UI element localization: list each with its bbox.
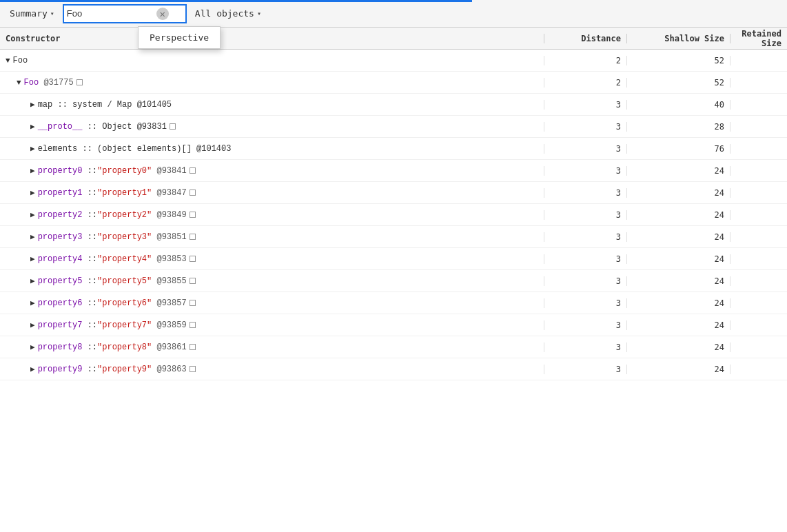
expand-icon[interactable]: ▶ — [30, 342, 35, 351]
summary-dropdown[interactable]: Summary ▾ — [4, 6, 60, 21]
cell-distance: 2 — [544, 56, 627, 65]
row-prop-value: "property0" — [97, 166, 152, 176]
perspective-item[interactable]: Perspective — [139, 28, 220, 47]
cell-shallow: 24 — [627, 166, 730, 176]
row-prop-value: "property2" — [97, 210, 152, 220]
expand-icon[interactable]: ▶ — [30, 365, 35, 374]
table-row[interactable]: ▶ property2 :: "property2" @93849 3 24 — [0, 204, 787, 226]
cell-distance: 3 — [544, 122, 627, 132]
row-prop-name: property8 — [38, 342, 83, 352]
cell-constructor: ▶ property4 :: "property4" @93853 — [0, 254, 544, 264]
row-id: @93857 — [152, 298, 186, 308]
cell-distance: 3 — [544, 188, 627, 198]
expand-icon[interactable]: ▶ — [30, 210, 35, 219]
cell-constructor: ▶ property0 :: "property0" @93841 — [0, 166, 544, 176]
expand-icon[interactable]: ▶ — [30, 232, 35, 241]
cell-shallow: 24 — [627, 342, 730, 352]
loading-bar — [0, 0, 472, 2]
row-separator: :: — [82, 210, 97, 220]
table-row[interactable]: ▼ Foo @31775 2 52 — [0, 72, 787, 94]
all-objects-label: All objects — [195, 8, 254, 19]
cell-distance: 3 — [544, 254, 627, 264]
expand-icon[interactable]: ▶ — [30, 100, 35, 109]
row-prop-value: "property7" — [97, 320, 152, 330]
table-row[interactable]: ▶ property7 :: "property7" @93859 3 24 — [0, 314, 787, 336]
table-row[interactable]: ▶ property1 :: "property1" @93847 3 24 — [0, 182, 787, 204]
row-separator: :: — [82, 166, 97, 176]
row-separator: :: — [82, 298, 97, 308]
table-body: ▼ Foo 2 52 ▼ Foo @31775 2 52 ▶ map :: sy… — [0, 50, 787, 532]
col-header-constructor: Constructor — [0, 34, 544, 43]
row-label-type: :: Object @93831 — [82, 122, 166, 132]
expand-icon[interactable]: ▶ — [30, 276, 35, 285]
object-box-icon — [76, 79, 83, 85]
expand-icon[interactable]: ▼ — [17, 79, 21, 87]
table-header: Constructor Distance Shallow Size Retain… — [0, 28, 787, 50]
cell-shallow: 24 — [627, 320, 730, 330]
search-input[interactable] — [67, 8, 156, 19]
cell-distance: 3 — [544, 298, 627, 308]
expand-icon[interactable]: ▶ — [30, 298, 35, 307]
summary-arrow: ▾ — [50, 10, 54, 17]
object-box-icon — [190, 167, 196, 174]
cell-shallow: 24 — [627, 254, 730, 264]
expand-icon[interactable]: ▶ — [30, 122, 35, 131]
object-box-icon — [190, 190, 196, 196]
table-row[interactable]: ▶ property3 :: "property3" @93851 3 24 — [0, 226, 787, 248]
object-box-icon — [190, 234, 196, 240]
table-row[interactable]: ▶ property9 :: "property9" @93863 3 24 — [0, 358, 787, 380]
table-row[interactable]: ▶ property0 :: "property0" @93841 3 24 — [0, 160, 787, 182]
object-box-icon — [170, 123, 176, 130]
expand-icon[interactable]: ▶ — [30, 188, 35, 197]
clear-search-button[interactable]: ✕ — [156, 8, 169, 20]
row-id: @93847 — [152, 188, 186, 198]
all-objects-arrow: ▾ — [257, 10, 261, 17]
row-id: @93861 — [152, 342, 186, 352]
table-row[interactable]: ▶ __proto__ :: Object @93831 3 28 — [0, 116, 787, 138]
table-row[interactable]: ▶ property4 :: "property4" @93853 3 24 — [0, 248, 787, 270]
row-id: @31775 — [39, 78, 73, 88]
object-box-icon — [190, 344, 196, 350]
table-row[interactable]: ▶ property8 :: "property8" @93861 3 24 — [0, 336, 787, 358]
cell-shallow: 24 — [627, 298, 730, 308]
cell-shallow: 24 — [627, 276, 730, 286]
table-row[interactable]: ▶ property5 :: "property5" @93855 3 24 — [0, 270, 787, 292]
expand-icon[interactable]: ▶ — [30, 254, 35, 263]
table-row[interactable]: ▼ Foo 2 52 — [0, 50, 787, 72]
summary-label: Summary — [10, 8, 48, 19]
row-prop-value: "property1" — [97, 188, 152, 198]
expand-icon[interactable]: ▶ — [30, 320, 35, 329]
row-prop-name: property9 — [38, 365, 83, 374]
cell-constructor: ▶ __proto__ :: Object @93831 — [0, 122, 544, 132]
object-box-icon — [190, 366, 196, 372]
cell-shallow: 24 — [627, 210, 730, 220]
cell-constructor: ▶ property3 :: "property3" @93851 — [0, 232, 544, 242]
table-row[interactable]: ▶ map :: system / Map @101405 3 40 — [0, 94, 787, 116]
all-objects-dropdown[interactable]: All objects ▾ — [190, 6, 267, 21]
expand-icon[interactable]: ▶ — [30, 144, 35, 153]
cell-distance: 3 — [544, 365, 627, 374]
row-id: @93851 — [152, 232, 186, 242]
cell-shallow: 28 — [627, 122, 730, 132]
expand-icon[interactable]: ▼ — [6, 57, 10, 65]
cell-constructor: ▼ Foo @31775 — [0, 78, 544, 88]
row-id: @93853 — [152, 254, 186, 264]
cell-shallow: 52 — [627, 56, 730, 65]
cell-distance: 3 — [544, 166, 627, 176]
row-prop-value: "property3" — [97, 232, 152, 242]
cell-constructor: ▶ property8 :: "property8" @93861 — [0, 342, 544, 352]
row-prop-value: "property4" — [97, 254, 152, 264]
table-row[interactable]: ▶ elements :: (object elements)[] @10140… — [0, 138, 787, 160]
table-row[interactable]: ▶ property6 :: "property6" @93857 3 24 — [0, 292, 787, 314]
expand-icon[interactable]: ▶ — [30, 166, 35, 175]
object-box-icon — [190, 322, 196, 328]
cell-distance: 3 — [544, 232, 627, 242]
row-label: map :: system / Map @101405 — [38, 100, 172, 110]
search-box: ✕ — [63, 4, 187, 23]
cell-constructor: ▶ property2 :: "property2" @93849 — [0, 210, 544, 220]
row-id: @93855 — [152, 276, 186, 286]
cell-constructor: ▶ elements :: (object elements)[] @10140… — [0, 144, 544, 154]
row-prop-value: "property5" — [97, 276, 152, 286]
object-box-icon — [190, 256, 196, 262]
cell-distance: 3 — [544, 210, 627, 220]
